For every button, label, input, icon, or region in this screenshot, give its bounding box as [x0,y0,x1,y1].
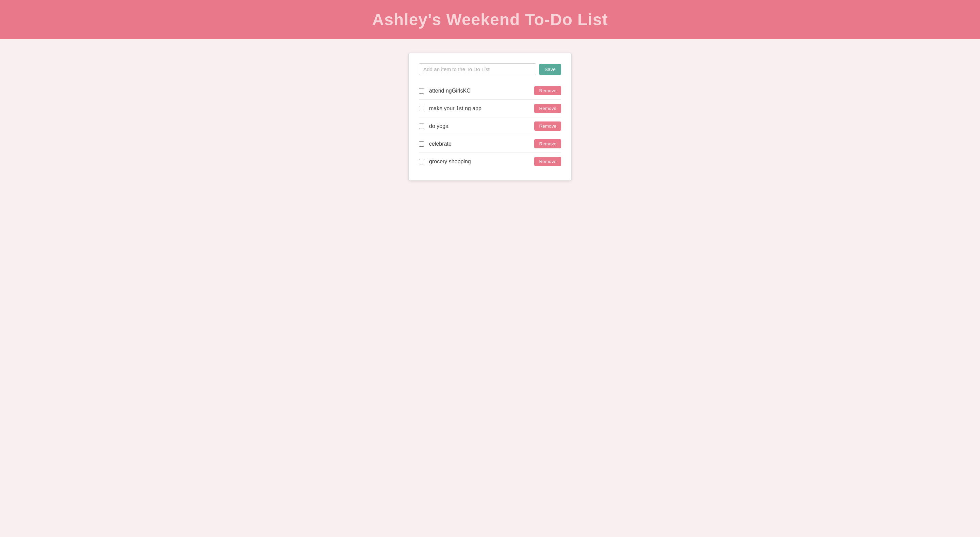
todo-item-left: celebrate [419,141,452,147]
todo-item-label: attend ngGirlsKC [429,88,471,94]
todo-item: attend ngGirlsKCRemove [419,82,561,100]
main-content: Save attend ngGirlsKCRemovemake your 1st… [0,39,980,194]
todo-input[interactable] [419,63,536,75]
todo-item-label: make your 1st ng app [429,105,482,112]
todo-item-label: do yoga [429,123,449,129]
page-header: Ashley's Weekend To-Do List [0,0,980,39]
todo-checkbox[interactable] [419,141,424,147]
todo-checkbox[interactable] [419,106,424,111]
todo-item: make your 1st ng appRemove [419,100,561,117]
remove-button[interactable]: Remove [534,104,561,113]
save-button[interactable]: Save [539,64,561,75]
remove-button[interactable]: Remove [534,121,561,131]
todo-item: do yogaRemove [419,117,561,135]
todo-item-left: attend ngGirlsKC [419,88,471,94]
todo-checkbox[interactable] [419,88,424,94]
remove-button[interactable]: Remove [534,86,561,95]
todo-item: celebrateRemove [419,135,561,153]
todo-item-left: make your 1st ng app [419,105,482,112]
todo-item-left: do yoga [419,123,449,129]
page-title: Ashley's Weekend To-Do List [7,10,973,29]
todo-item-label: celebrate [429,141,452,147]
todo-item-label: grocery shopping [429,159,471,165]
input-row: Save [419,63,561,75]
todo-item: grocery shoppingRemove [419,153,561,170]
todo-checkbox[interactable] [419,124,424,129]
todo-list: attend ngGirlsKCRemovemake your 1st ng a… [419,82,561,170]
remove-button[interactable]: Remove [534,139,561,148]
todo-card: Save attend ngGirlsKCRemovemake your 1st… [408,53,572,181]
remove-button[interactable]: Remove [534,157,561,166]
todo-item-left: grocery shopping [419,159,471,165]
todo-checkbox[interactable] [419,159,424,164]
